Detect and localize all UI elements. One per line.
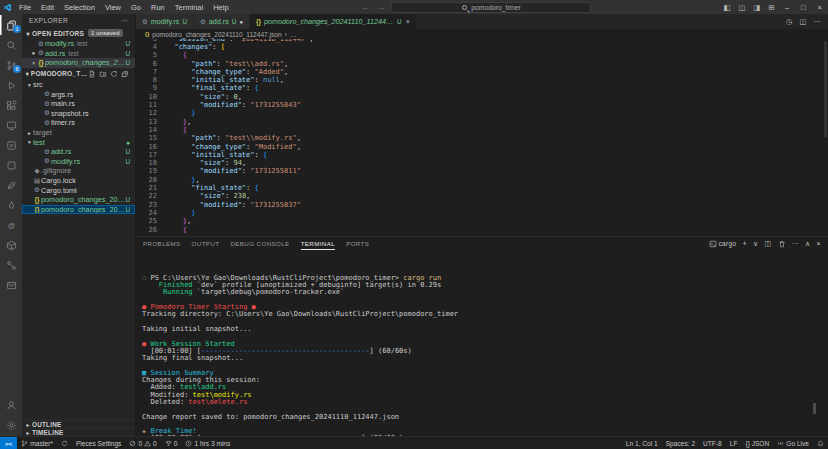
- split-editor-icon[interactable]: ◫: [799, 17, 806, 26]
- tree-file-cargo-toml[interactable]: ⚙Cargo.toml: [22, 185, 135, 195]
- tree-file-args-rs[interactable]: ⚙args.rs: [22, 89, 135, 99]
- tab-pomodoro-changes-20241110-112447-json[interactable]: {}pomodoro_changes_20241110_112447.jsonU…: [250, 14, 416, 29]
- activity-pieces[interactable]: P: [0, 135, 22, 155]
- close-panel-icon[interactable]: ×: [817, 240, 822, 247]
- tree-file-snapshot-rs[interactable]: ⚙snapshot.rs: [22, 109, 135, 119]
- nav-back-icon[interactable]: ←: [361, 3, 369, 12]
- menu-edit[interactable]: Edit: [36, 3, 59, 12]
- restore-button[interactable]: □: [795, 3, 812, 12]
- status-indentation[interactable]: Spaces: 2: [662, 437, 699, 449]
- panel-tab-debug-console[interactable]: DEBUG CONSOLE: [230, 237, 289, 250]
- new-terminal-icon[interactable]: +: [743, 240, 748, 247]
- activity-search[interactable]: [0, 35, 22, 55]
- activity-ext-box[interactable]: [0, 235, 22, 255]
- status-sync-changes[interactable]: [57, 437, 72, 449]
- menu-file[interactable]: File: [14, 3, 36, 12]
- refresh-explorer-icon[interactable]: [110, 70, 118, 78]
- open-editor-item[interactable]: ×{}pomodoro_changes_20241...U: [22, 58, 135, 68]
- customize-layout-icon[interactable]: ⊞: [765, 3, 779, 12]
- menu-run[interactable]: Run: [146, 3, 170, 12]
- panel-tab-terminal[interactable]: TERMINAL: [301, 237, 336, 250]
- status-pieces-settings[interactable]: Pieces Settings: [72, 437, 125, 449]
- status-achievements[interactable]: 0: [161, 437, 182, 449]
- open-editor-item[interactable]: ●⚙add.rstestU: [22, 49, 135, 59]
- status-usage-time[interactable]: 1 hrs 3 mins: [181, 437, 234, 449]
- activity-source-control[interactable]: 6: [0, 55, 22, 75]
- status-language-mode[interactable]: {} JSON: [741, 437, 773, 449]
- activity-ext-mail[interactable]: [0, 275, 22, 295]
- open-editor-item[interactable]: ⚙modify.rstestU: [22, 39, 135, 49]
- menu-help[interactable]: Help: [208, 3, 233, 12]
- activity-account[interactable]: [0, 395, 22, 415]
- activity-ext-link[interactable]: [0, 255, 22, 275]
- tree-file-cargo-lock[interactable]: ▤Cargo.lock: [22, 176, 135, 186]
- open-timeline-icon[interactable]: ◷: [786, 17, 793, 26]
- editor-scrollbar[interactable]: [824, 41, 827, 137]
- terminal-scrollbar[interactable]: [813, 403, 816, 414]
- outline-section[interactable]: ▸ OUTLINE: [22, 420, 135, 428]
- activity-ext-at[interactable]: @: [0, 215, 22, 235]
- terminal-profiles-dropdown-icon[interactable]: ∨: [753, 240, 759, 248]
- more-actions-icon[interactable]: ⋯: [814, 17, 822, 26]
- explorer-more-icon[interactable]: ⋯: [121, 17, 128, 25]
- status-remote-indicator[interactable]: ><: [0, 437, 17, 449]
- menu-view[interactable]: View: [100, 3, 126, 12]
- more-actions-icon[interactable]: ⋯: [792, 240, 799, 248]
- close-icon[interactable]: ×: [406, 18, 410, 25]
- menu-terminal[interactable]: Terminal: [170, 3, 208, 12]
- close-button[interactable]: ×: [812, 3, 828, 12]
- activity-run-debug[interactable]: [0, 75, 22, 95]
- collapse-folders-icon[interactable]: [121, 70, 129, 78]
- menu-selection[interactable]: Selection: [59, 3, 100, 12]
- project-header[interactable]: ▾ POMODORO_TIMER: [22, 68, 135, 80]
- kill-terminal-icon[interactable]: [778, 240, 786, 248]
- activity-ext-leaf[interactable]: [0, 175, 22, 195]
- status-problems[interactable]: 00: [125, 437, 160, 449]
- status-eol[interactable]: LF: [726, 437, 742, 449]
- tree-file-pomodoro-changes-20241110-1-[interactable]: {}pomodoro_changes_20241110_1...U: [22, 195, 135, 205]
- tree-file-modify-rs[interactable]: ⚙modify.rsU: [22, 157, 135, 167]
- panel-tab-ports[interactable]: PORTS: [346, 237, 369, 250]
- new-folder-icon[interactable]: [99, 70, 107, 78]
- tab-modify-rs[interactable]: ⚙modify.rsU: [136, 14, 193, 29]
- timeline-section[interactable]: ▸ TIMELINE: [22, 428, 135, 436]
- tree-folder-src[interactable]: ▾src: [22, 80, 135, 90]
- close-icon[interactable]: ×: [30, 60, 37, 66]
- tree-folder-test[interactable]: ▾test●: [22, 137, 135, 147]
- panel-tab-problems[interactable]: PROBLEMS: [143, 237, 181, 250]
- terminal-output[interactable]: ○ PS C:\Users\Ye Gao\Downloads\RustCliPr…: [136, 250, 828, 436]
- activity-extensions[interactable]: [0, 95, 22, 115]
- activity-settings[interactable]: [0, 415, 22, 435]
- tree-file-main-rs[interactable]: ⚙main.rs: [22, 99, 135, 109]
- open-editors-header[interactable]: ▾ OPEN EDITORS 1 unsaved: [22, 27, 135, 39]
- status-git-branch[interactable]: master*: [17, 437, 57, 449]
- tree-file-timer-rs[interactable]: ⚙timer.rs: [22, 118, 135, 128]
- menu-go[interactable]: Go: [126, 3, 146, 12]
- toggle-panel-icon[interactable]: ◫: [734, 3, 749, 12]
- tree-file-add-rs[interactable]: ⚙add.rsU: [22, 147, 135, 157]
- new-file-icon[interactable]: [88, 70, 96, 78]
- tree-folder-target[interactable]: ▸target: [22, 128, 135, 138]
- status-go-live[interactable]: Go Live: [773, 437, 813, 449]
- activity-remote-explorer[interactable]: [0, 115, 22, 135]
- status-cursor-position[interactable]: Ln 1, Col 1: [622, 437, 662, 449]
- minimize-button[interactable]: –: [779, 3, 795, 12]
- command-center-search[interactable]: pomodoro_timer: [391, 2, 591, 13]
- toggle-primary-sidebar-icon[interactable]: ◧: [719, 3, 734, 12]
- panel-tab-output[interactable]: OUTPUT: [192, 237, 220, 250]
- activity-ext-flame[interactable]: [0, 195, 22, 215]
- tab-add-rs[interactable]: ⚙add.rsU●: [194, 14, 249, 29]
- terminal-profile[interactable]: cargo: [709, 240, 737, 248]
- breadcrumb[interactable]: {} pomodoro_changes_20241110_112447.json…: [136, 29, 828, 39]
- maximize-panel-icon[interactable]: ∧: [805, 240, 811, 248]
- split-terminal-icon[interactable]: ◫: [765, 240, 772, 248]
- nav-forward-icon[interactable]: →: [376, 3, 384, 12]
- activity-explorer[interactable]: 1: [0, 15, 22, 35]
- code-editor[interactable]: 3 "session_end": "20241110_112447",4 "ch…: [136, 39, 828, 236]
- toggle-secondary-sidebar-icon[interactable]: ◨: [750, 3, 765, 12]
- status-encoding[interactable]: UTF-8: [699, 437, 726, 449]
- activity-ext-square[interactable]: [0, 155, 22, 175]
- tree-file--gitignore[interactable]: ◆.gitignore: [22, 166, 135, 176]
- tree-file-pomodoro-changes-20241110-1-[interactable]: {}pomodoro_changes_20241110_1...U: [22, 205, 135, 215]
- status-notifications[interactable]: [813, 437, 828, 449]
